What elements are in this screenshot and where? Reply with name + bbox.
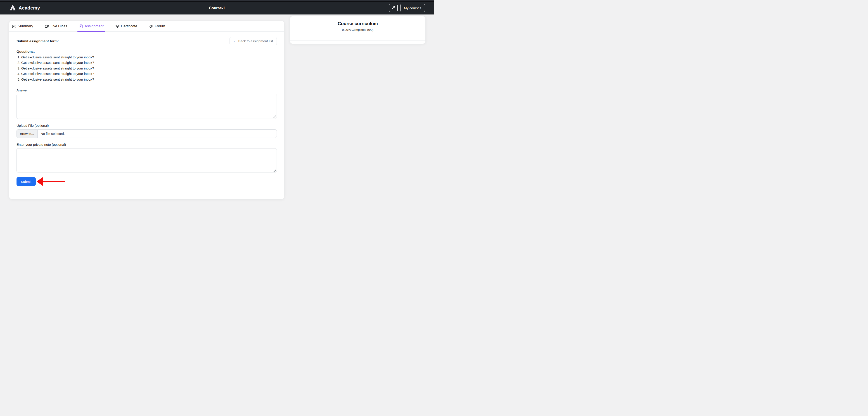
summary-card-icon — [12, 24, 16, 29]
upload-file-label: Upload File (optional) — [17, 124, 277, 127]
video-camera-icon — [45, 24, 49, 29]
assignment-panel: Summary Live Class Assignment Certificat… — [9, 21, 284, 199]
curriculum-title: Course curriculum — [290, 21, 425, 26]
tab-forum[interactable]: Forum — [148, 21, 166, 31]
tab-label: Forum — [155, 24, 165, 28]
expand-diagonal-arrows-icon — [391, 6, 395, 10]
graduation-cap-icon — [115, 24, 120, 29]
back-to-assignment-list-button[interactable]: ← Back to assignment list — [229, 37, 277, 45]
private-note-label: Enter your private note (optional) — [17, 143, 277, 146]
back-button-label: Back to assignment list — [238, 39, 273, 43]
course-curriculum-card: Course curriculum 0.00% Completed (0/0) — [290, 16, 425, 44]
question-item: Get exclusive assets sent straight to yo… — [21, 77, 277, 82]
answer-label: Answer — [17, 88, 277, 92]
people-icon — [149, 24, 153, 29]
top-navbar: Academy Course-1 My courses — [0, 0, 434, 14]
tab-live-class[interactable]: Live Class — [44, 21, 68, 31]
question-item: Get exclusive assets sent straight to yo… — [21, 60, 277, 65]
academy-logo-icon — [9, 4, 17, 12]
private-note-textarea[interactable] — [17, 148, 277, 173]
file-status-text: No file selected. — [37, 132, 65, 136]
question-item: Get exclusive assets sent straight to yo… — [21, 55, 277, 60]
questions-list: Get exclusive assets sent straight to yo… — [17, 55, 277, 82]
submit-button[interactable]: Submit — [17, 177, 36, 186]
question-item: Get exclusive assets sent straight to yo… — [21, 66, 277, 71]
browse-button[interactable]: Browse... — [17, 130, 37, 138]
tab-label: Certificate — [121, 24, 137, 28]
tab-assignment[interactable]: Assignment — [78, 21, 104, 31]
questions-heading: Questions: — [17, 50, 277, 54]
course-tabs: Summary Live Class Assignment Certificat… — [9, 21, 284, 32]
answer-textarea[interactable] — [17, 94, 277, 119]
annotation-red-arrow-icon — [36, 177, 65, 186]
question-item: Get exclusive assets sent straight to yo… — [21, 71, 277, 77]
left-arrow-icon: ← — [234, 39, 237, 43]
tab-certificate[interactable]: Certificate — [115, 21, 138, 31]
brand[interactable]: Academy — [9, 4, 40, 12]
form-title: Submit assignment form: — [17, 39, 59, 43]
tab-label: Assignment — [85, 24, 103, 28]
my-courses-button[interactable]: My courses — [400, 4, 425, 12]
note-icon — [79, 24, 83, 29]
brand-name: Academy — [19, 5, 40, 11]
tab-summary[interactable]: Summary — [11, 21, 34, 31]
course-title: Course-1 — [0, 6, 434, 10]
fullscreen-button[interactable] — [389, 4, 398, 12]
curriculum-divider — [290, 40, 425, 41]
tab-label: Live Class — [51, 24, 67, 28]
tab-label: Summary — [18, 24, 33, 28]
file-upload-input[interactable]: Browse... No file selected. — [17, 129, 277, 138]
curriculum-progress: 0.00% Completed (0/0) — [290, 28, 425, 31]
